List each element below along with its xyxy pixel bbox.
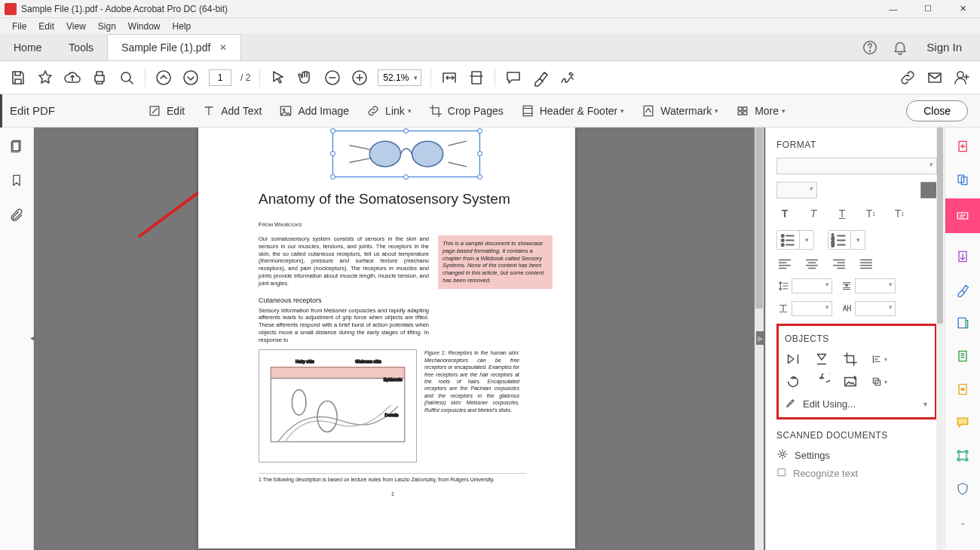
rotate-ccw-icon[interactable] — [785, 374, 801, 389]
create-pdf-icon[interactable] — [953, 137, 972, 156]
more-tools-icon[interactable]: ⌄ — [953, 512, 972, 532]
thumbnails-icon[interactable] — [9, 138, 24, 153]
edit-using-button[interactable]: Edit Using... — [785, 397, 929, 411]
add-text-button[interactable]: Add Text — [201, 103, 262, 118]
superscript-icon[interactable]: T1 — [862, 206, 879, 221]
bookmark-icon[interactable] — [9, 173, 24, 188]
flip-vertical-icon[interactable] — [813, 352, 830, 367]
subscript-icon[interactable]: T1 — [891, 206, 908, 221]
help-icon[interactable] — [862, 39, 878, 56]
font-color-swatch[interactable] — [920, 182, 937, 198]
highlight-icon[interactable] — [531, 69, 550, 87]
menu-help[interactable]: Help — [167, 20, 198, 33]
protect-icon[interactable] — [953, 479, 972, 499]
watermark-button[interactable]: Watermark▾ — [641, 103, 718, 118]
email-icon[interactable] — [926, 69, 944, 87]
sign-rail-icon[interactable] — [953, 280, 972, 300]
sign-icon[interactable] — [559, 69, 577, 87]
star-icon[interactable] — [36, 69, 54, 87]
resize-handle[interactable] — [403, 128, 409, 134]
link-button[interactable]: Link▾ — [366, 103, 412, 118]
char-spacing-select[interactable] — [855, 301, 896, 316]
bell-icon[interactable] — [892, 39, 908, 56]
scanned-settings-button[interactable]: Settings — [776, 448, 937, 462]
close-window-button[interactable]: ✕ — [945, 0, 980, 18]
zoom-out-icon[interactable] — [323, 69, 341, 87]
menu-window[interactable]: Window — [122, 20, 167, 33]
align-objects-icon[interactable]: ▾ — [871, 352, 887, 367]
chevron-down-icon[interactable]: ▾ — [851, 231, 865, 249]
add-people-icon[interactable] — [953, 69, 971, 87]
zoom-in-icon[interactable] — [351, 69, 369, 87]
horizontal-scale-select[interactable] — [792, 301, 832, 316]
scrollbar-thumb[interactable] — [755, 128, 763, 309]
collapse-right-icon[interactable]: ▶ — [756, 331, 765, 345]
cloud-upload-icon[interactable] — [63, 69, 81, 87]
organize-pages-icon[interactable] — [953, 313, 972, 333]
bullet-list-group[interactable]: ▾ — [776, 230, 814, 250]
page-number-input[interactable] — [209, 69, 231, 86]
close-edit-button[interactable]: Close — [906, 100, 968, 121]
add-image-button[interactable]: Add Image — [278, 103, 349, 118]
comment-rail-icon[interactable] — [953, 413, 972, 432]
paragraph-spacing-select[interactable] — [855, 278, 896, 293]
align-left-icon[interactable] — [776, 257, 793, 271]
flip-horizontal-icon[interactable] — [785, 352, 801, 367]
tab-tools[interactable]: Tools — [55, 34, 107, 60]
tab-document[interactable]: Sample File (1).pdf ✕ — [107, 34, 241, 60]
font-family-select[interactable] — [776, 158, 937, 174]
tab-home[interactable]: Home — [0, 34, 55, 60]
chevron-down-icon[interactable]: ▾ — [800, 231, 813, 249]
align-right-icon[interactable] — [831, 257, 847, 271]
resize-handle[interactable] — [477, 128, 482, 134]
align-justify-icon[interactable] — [858, 257, 874, 271]
bullet-list-icon[interactable] — [777, 231, 800, 249]
header-footer-button[interactable]: Header & Footer▾ — [520, 103, 625, 118]
bold-icon[interactable]: T — [776, 206, 793, 221]
align-center-icon[interactable] — [804, 257, 820, 271]
menu-edit[interactable]: Edit — [32, 20, 60, 33]
resize-handle[interactable] — [330, 151, 335, 156]
line-spacing-select[interactable] — [792, 278, 832, 293]
compress-pdf-icon[interactable] — [953, 346, 972, 366]
replace-image-icon[interactable] — [842, 374, 859, 389]
rotate-cw-icon[interactable] — [813, 374, 830, 389]
fit-width-icon[interactable] — [440, 69, 458, 87]
menu-view[interactable]: View — [60, 20, 92, 33]
share-link-icon[interactable] — [899, 69, 917, 87]
resize-handle[interactable] — [477, 151, 482, 156]
save-icon[interactable] — [9, 69, 27, 87]
resize-handle[interactable] — [330, 128, 335, 134]
print-icon[interactable] — [90, 69, 109, 87]
crop-image-icon[interactable] — [842, 352, 859, 367]
number-list-group[interactable]: 123▾ — [828, 230, 865, 250]
selected-image[interactable] — [332, 131, 480, 177]
edit-button[interactable]: Edit — [147, 103, 185, 118]
crop-pages-button[interactable]: Crop Pages — [428, 103, 504, 118]
recognize-text-checkbox[interactable]: Recognize text — [776, 467, 937, 480]
document-view[interactable]: ▶ Anatomy of the Somatosensory System Fr… — [34, 128, 765, 550]
font-size-select[interactable] — [776, 182, 817, 198]
resize-handle[interactable] — [477, 174, 482, 180]
edit-pdf-rail-icon[interactable] — [945, 198, 981, 233]
sign-in-button[interactable]: Sign In — [922, 41, 966, 54]
numbered-list-icon[interactable]: 123 — [828, 231, 851, 249]
comment-icon[interactable] — [504, 69, 522, 87]
redact-icon[interactable] — [953, 379, 972, 399]
fit-page-icon[interactable] — [467, 69, 485, 87]
panel-scrollbar[interactable] — [936, 128, 944, 550]
zoom-select[interactable]: 52.1% — [378, 69, 421, 86]
selection-tool-icon[interactable] — [269, 69, 287, 87]
combine-files-icon[interactable] — [953, 170, 972, 189]
menu-sign[interactable]: Sign — [92, 20, 122, 33]
page-down-icon[interactable] — [182, 69, 200, 87]
scrollbar-thumb[interactable] — [937, 128, 943, 324]
tab-close-icon[interactable]: ✕ — [219, 42, 227, 53]
attachment-icon[interactable] — [9, 207, 24, 223]
italic-icon[interactable]: T — [805, 206, 822, 221]
scan-ocr-icon[interactable] — [953, 446, 972, 466]
export-pdf-icon[interactable] — [953, 247, 972, 266]
arrange-icon[interactable]: ▾ — [871, 374, 887, 389]
minimize-button[interactable]: — — [876, 0, 911, 18]
menu-file[interactable]: File — [6, 20, 32, 33]
